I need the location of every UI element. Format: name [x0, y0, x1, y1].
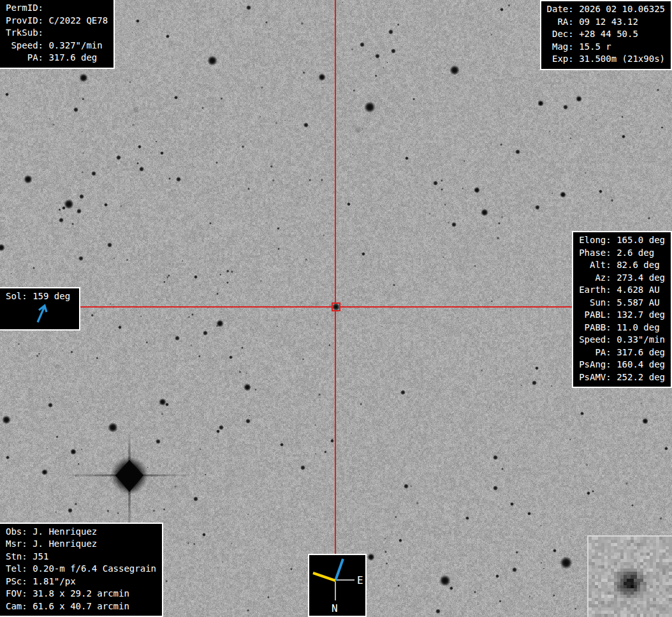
panel-text-line: Speed: 0.327"/min: [6, 40, 108, 52]
panel-text-line: Elong: 165.0 deg: [579, 234, 665, 247]
ephemeris-info-panel: Elong: 165.0 degPhase: 2.6 deg Alt: 82.6…: [572, 231, 672, 388]
panel-text-line: Phase: 2.6 deg: [579, 247, 665, 260]
panel-text-line: FOV: 31.8 x 29.2 arcmin: [6, 588, 156, 600]
crosshair-vertical-top: [335, 0, 336, 302]
panel-text-line: Obs: J. Henriquez: [6, 526, 156, 539]
panel-text-line: Exp: 31.500m (21x90s): [547, 53, 665, 66]
sun-direction-panel: Sol: 159 deg: [0, 287, 80, 331]
compass-east-label: E: [357, 574, 363, 586]
panel-text-line: PsAng: 160.4 deg: [579, 359, 665, 371]
compass-rose-icon: N E: [309, 555, 363, 613]
panel-text-line: Sun: 5.587 AU: [579, 297, 665, 309]
compass-sun-vector-line: [313, 573, 335, 581]
target-marker-square: [332, 302, 340, 311]
target-zoom-inset-canvas: [588, 537, 672, 617]
panel-text-line: RA: 09 12 43.12: [547, 16, 665, 29]
panel-text-line: Mag: 15.5 r: [547, 41, 665, 54]
panel-text-line: Dec: +28 44 50.5: [547, 28, 665, 41]
panel-text-line: Date: 2026 02 10.06325: [547, 3, 665, 16]
compass-panel: N E: [308, 554, 367, 617]
panel-text-line: Stn: J51: [6, 551, 156, 563]
panel-text-line: TrkSub:: [6, 27, 108, 40]
panel-text-line: Tel: 0.20-m f/6.4 Cassegrain: [6, 563, 156, 576]
panel-text-line: PA: 317.6 deg: [579, 346, 665, 359]
sun-direction-label: Sol: 159 deg: [6, 290, 73, 303]
panel-text-line: Msr: J. Henriquez: [6, 538, 156, 551]
panel-text-line: Alt: 82.6 deg: [579, 259, 665, 272]
panel-text-line: Cam: 61.6 x 40.7 arcmin: [6, 600, 156, 613]
panel-text-line: PA: 317.6 deg: [6, 52, 108, 64]
panel-text-line: Speed: 0.33"/min: [579, 334, 665, 346]
panel-text-line: Earth: 4.628 AU: [579, 284, 665, 297]
panel-text-line: Az: 273.4 deg: [579, 272, 665, 285]
panel-text-line: PABB: 11.0 deg: [579, 322, 665, 334]
panel-text-line: PermID:: [6, 2, 108, 15]
observer-info-panel: Obs: J. HenriquezMsr: J. HenriquezStn: J…: [0, 523, 163, 617]
compass-north-label: N: [332, 602, 338, 613]
target-zoom-inset: [587, 535, 672, 617]
compass-motion-vector-line: [335, 559, 343, 581]
object-info-panel: PermID:ProvID: C/2022 QE78TrkSub: Speed:…: [0, 0, 115, 69]
panel-text-line: PsAMV: 252.2 deg: [579, 371, 665, 384]
panel-text-line: PABL: 132.7 deg: [579, 309, 665, 322]
panel-text-line: ProvID: C/2022 QE78: [6, 15, 108, 27]
exposure-info-panel: Date: 2026 02 10.06325 RA: 09 12 43.12 D…: [540, 0, 672, 70]
panel-text-line: PSc: 1.81"/px: [6, 576, 156, 588]
sun-direction-arrow-icon: [6, 302, 72, 323]
astrometry-image-view: PermID:ProvID: C/2022 QE78TrkSub: Speed:…: [0, 0, 672, 617]
